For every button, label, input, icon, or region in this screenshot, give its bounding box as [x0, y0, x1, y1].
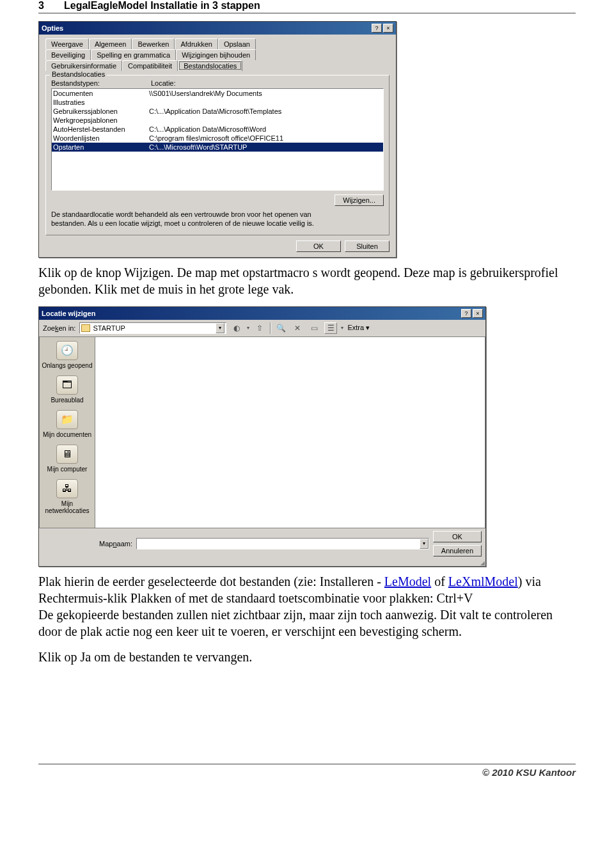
- cell-type: AutoHerstel-bestanden: [53, 125, 149, 134]
- file-dialog-toolbar: Zoeken in: STARTUP ▾ ◐ ▾ ⇧ 🔍 ✕ ▭ ☰ ▾ Ext…: [39, 320, 485, 336]
- file-list[interactable]: [95, 336, 485, 528]
- help-button[interactable]: ?: [461, 309, 471, 318]
- chevron-down-icon[interactable]: ▾: [420, 539, 429, 549]
- tab-gebruikersinfo[interactable]: Gebruikersinformatie: [45, 60, 122, 71]
- tab-beveiliging[interactable]: Beveiliging: [45, 49, 91, 60]
- close-button[interactable]: ×: [473, 309, 483, 318]
- cell-location: [149, 98, 382, 107]
- group-legend: Bestandslocaties: [50, 70, 107, 78]
- cell-location: C:\...\Microsoft\Word\STARTUP: [149, 143, 382, 152]
- wijzigen-button[interactable]: Wijzigen...: [335, 194, 384, 206]
- folder-icon: [81, 324, 90, 332]
- list-item[interactable]: Werkgroepsjablonen: [52, 116, 383, 125]
- views-dd-icon[interactable]: ▾: [341, 325, 343, 331]
- tab-weergave[interactable]: Weergave: [45, 38, 89, 49]
- cell-location: C:\program files\microsoft office\OFFICE…: [149, 134, 382, 143]
- page-footer: © 2010 KSU Kantoor: [38, 764, 576, 778]
- ok-button[interactable]: OK: [433, 531, 482, 542]
- places-item[interactable]: 🕘Onlangs geopend: [41, 340, 93, 373]
- cell-type: Illustraties: [53, 98, 149, 107]
- places-bar: 🕘Onlangs geopend🗔Bureaublad📁Mijn documen…: [39, 336, 95, 528]
- cell-type: Documenten: [53, 89, 149, 98]
- delete-icon[interactable]: ✕: [291, 322, 304, 334]
- cell-type: Woordenlijsten: [53, 134, 149, 143]
- places-item[interactable]: 📁Mijn documenten: [41, 409, 93, 442]
- lookin-combo[interactable]: STARTUP ▾: [79, 322, 226, 334]
- place-label: Mijn netwerklocaties: [41, 500, 93, 514]
- list-item[interactable]: AutoHerstel-bestandenC:\...\Application …: [52, 125, 383, 134]
- help-button[interactable]: ?: [372, 24, 382, 33]
- back-icon[interactable]: ◐: [230, 322, 243, 334]
- cell-location: C:\...\Application Data\Microsoft\Word: [149, 125, 382, 134]
- place-icon: 🗔: [56, 375, 78, 395]
- tab-wijzigingen[interactable]: Wijzigingen bijhouden: [176, 49, 256, 60]
- places-item[interactable]: 🖥Mijn computer: [41, 443, 93, 477]
- cell-type: Opstarten: [53, 143, 149, 152]
- chevron-down-icon[interactable]: ▾: [216, 323, 224, 333]
- mapnaam-input[interactable]: ▾: [136, 538, 429, 549]
- tab-spelling[interactable]: Spelling en grammatica: [91, 49, 176, 60]
- place-label: Mijn documenten: [41, 431, 93, 438]
- cell-type: Gebruikerssjablonen: [53, 107, 149, 116]
- zoeken-in-label: Zoeken in:: [43, 324, 75, 332]
- doc-title: LegalEagleModel Installatie in 3 stappen: [64, 0, 260, 12]
- list-item[interactable]: WoordenlijstenC:\program files\microsoft…: [52, 134, 383, 143]
- page-number: 3: [38, 0, 64, 12]
- place-icon: 🕘: [56, 341, 78, 360]
- tab-strip: Weergave Algemeen Bewerken Afdrukken Ops…: [45, 38, 390, 71]
- titlebar: Locatie wijzigen ? ×: [39, 307, 485, 320]
- security-note: De standaardlocatie wordt behandeld als …: [51, 210, 320, 228]
- mapnaam-label: Mapnaam:: [99, 540, 132, 548]
- instruction-para-1: Klik op de knop Wijzigen. De map met ops…: [38, 264, 576, 297]
- ok-button[interactable]: OK: [296, 241, 341, 252]
- copyright: © 2010 KSU Kantoor: [482, 767, 576, 778]
- annuleren-button[interactable]: Annuleren: [433, 545, 482, 556]
- places-item[interactable]: 🗔Bureaublad: [41, 374, 93, 407]
- file-locations-group: Bestandslocaties Bestandstypen: Locatie:…: [45, 75, 390, 235]
- place-icon: 📁: [56, 410, 78, 429]
- cell-location: [149, 116, 382, 125]
- sluiten-button[interactable]: Sluiten: [345, 241, 390, 252]
- place-label: Bureaublad: [41, 397, 93, 404]
- list-item[interactable]: OpstartenC:\...\Microsoft\Word\STARTUP: [52, 143, 383, 152]
- extra-menu[interactable]: Extra ▾: [347, 324, 370, 332]
- lookin-value: STARTUP: [93, 324, 125, 332]
- cell-type: Werkgroepsjablonen: [53, 116, 149, 125]
- location-dialog: Locatie wijzigen ? × Zoeken in: STARTUP …: [38, 306, 486, 567]
- place-label: Mijn computer: [41, 466, 93, 473]
- col-header-location: Locatie:: [151, 79, 384, 87]
- link-lexmlmodel[interactable]: LeXmlModel: [448, 574, 518, 588]
- tab-algemeen[interactable]: Algemeen: [89, 38, 132, 49]
- link-lemodel[interactable]: LeModel: [384, 574, 431, 588]
- instruction-para-3: Klik op Ja om de bestanden te vervangen.: [38, 649, 576, 665]
- tab-compatibiliteit[interactable]: Compatibiliteit: [122, 60, 178, 71]
- up-folder-icon[interactable]: ⇧: [253, 322, 266, 334]
- options-dialog: Opties ? × Weergave Algemeen Bewerken Af…: [38, 21, 397, 258]
- places-item[interactable]: 🖧Mijn netwerklocaties: [41, 478, 93, 518]
- list-item[interactable]: Documenten\\S001\Users\andrek\My Documen…: [52, 89, 383, 98]
- place-icon: 🖧: [56, 479, 78, 498]
- col-header-types: Bestandstypen:: [51, 79, 147, 87]
- new-folder-icon[interactable]: ▭: [308, 322, 320, 334]
- tab-bewerken[interactable]: Bewerken: [132, 38, 175, 49]
- cell-location: \\S001\Users\andrek\My Documents: [149, 89, 382, 98]
- dialog-title: Opties: [42, 24, 370, 32]
- dropdown-arrow-icon[interactable]: ▾: [247, 325, 249, 331]
- instruction-para-2: Plak hierin de eerder geselecteerde dot …: [38, 573, 576, 640]
- close-button[interactable]: ×: [383, 24, 393, 33]
- place-label: Onlangs geopend: [41, 362, 93, 369]
- place-icon: 🖥: [56, 445, 78, 464]
- views-icon[interactable]: ☰: [324, 322, 337, 334]
- titlebar: Opties ? ×: [39, 22, 396, 35]
- tab-bestandslocaties[interactable]: Bestandslocaties: [178, 60, 242, 71]
- file-locations-list[interactable]: Documenten\\S001\Users\andrek\My Documen…: [51, 88, 384, 191]
- page-header: 3 LegalEagleModel Installatie in 3 stapp…: [38, 0, 576, 13]
- search-icon[interactable]: 🔍: [274, 322, 287, 334]
- cell-location: C:\...\Application Data\Microsoft\Templa…: [149, 107, 382, 116]
- list-item[interactable]: Illustraties: [52, 98, 383, 107]
- separator: [270, 322, 271, 334]
- resize-grip-icon[interactable]: ◢: [39, 560, 485, 566]
- tab-afdrukken[interactable]: Afdrukken: [175, 38, 218, 49]
- tab-opslaan[interactable]: Opslaan: [218, 38, 256, 49]
- list-item[interactable]: GebruikerssjablonenC:\...\Application Da…: [52, 107, 383, 116]
